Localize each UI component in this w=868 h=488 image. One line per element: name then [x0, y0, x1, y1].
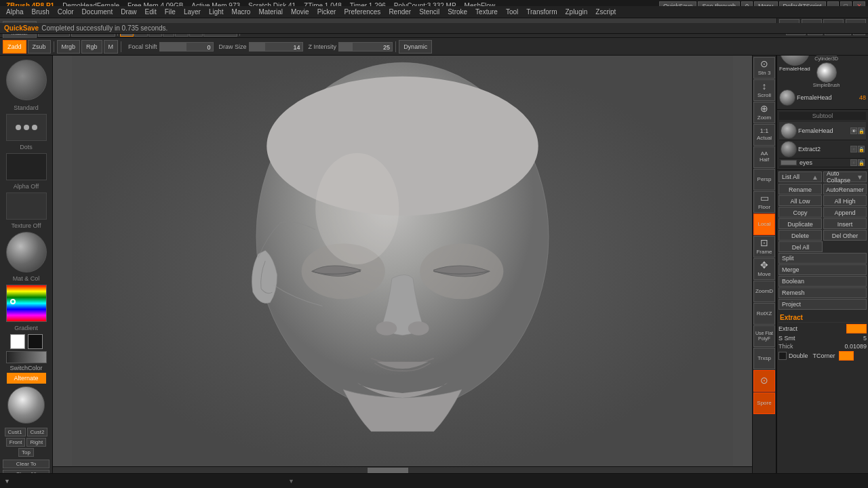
project-button[interactable]: Project: [778, 299, 867, 310]
copy-button[interactable]: Copy: [778, 207, 822, 218]
clear-to-button[interactable]: Clear To: [3, 460, 50, 468]
rename-button[interactable]: Rename: [778, 184, 822, 195]
auto-collapse-button[interactable]: Auto Collapse ▼: [823, 171, 867, 182]
append-button[interactable]: Append: [823, 207, 867, 218]
menu-edit[interactable]: Edit: [142, 8, 160, 16]
strip-zoom[interactable]: ⊕ Zoom: [753, 102, 775, 123]
subtool-eye-fh[interactable]: 👁: [850, 127, 857, 134]
menu-color[interactable]: Color: [54, 8, 77, 16]
mrgb-button[interactable]: Mrgb: [57, 40, 81, 54]
scrollbar-thumb[interactable]: [368, 468, 408, 473]
subtool-lock-fh[interactable]: 🔒: [858, 127, 865, 134]
material-preview[interactable]: [6, 232, 47, 272]
alllow-button[interactable]: All Low: [778, 195, 822, 206]
dots-preview[interactable]: [6, 114, 47, 141]
alternate-button[interactable]: Alternate: [7, 373, 46, 384]
dynamic-button[interactable]: Dynamic: [399, 40, 432, 54]
zadd-button[interactable]: Zadd: [3, 40, 26, 54]
delother-button[interactable]: Del Other: [823, 230, 867, 241]
menu-picker[interactable]: Picker: [314, 8, 340, 16]
black-swatch[interactable]: [28, 334, 43, 349]
horizontal-scrollbar[interactable]: [53, 466, 752, 473]
fh-small-thumb[interactable]: [779, 89, 795, 106]
double-checkbox[interactable]: [778, 352, 787, 360]
menu-light[interactable]: Light: [205, 8, 227, 16]
3d-canvas[interactable]: [53, 56, 752, 473]
zsub-button[interactable]: Zsub: [28, 40, 51, 54]
rgb-button[interactable]: Rgb: [81, 40, 102, 54]
duplicate-button[interactable]: Duplicate: [778, 218, 822, 229]
tcorne-swatch[interactable]: [839, 351, 854, 361]
strip-persp[interactable]: Persp: [753, 169, 775, 190]
menu-alpha[interactable]: Alpha: [3, 8, 27, 16]
draw-size-track[interactable]: 14: [249, 42, 303, 52]
delete-button[interactable]: Delete: [778, 230, 822, 241]
bottom-arrow[interactable]: ▼: [4, 478, 10, 485]
menu-stroke[interactable]: Stroke: [444, 8, 471, 16]
strip-active1[interactable]: ⊙: [753, 370, 775, 392]
menu-preferences[interactable]: Preferences: [340, 8, 384, 16]
menu-render[interactable]: Render: [385, 8, 414, 16]
focal-shift-track[interactable]: 0: [159, 42, 214, 52]
strip-zoomd[interactable]: ZoomD: [753, 281, 775, 302]
subtool-eyes[interactable]: eyes 👁 🔒: [779, 159, 866, 167]
menu-transform[interactable]: Transform: [523, 8, 560, 16]
menu-zplugin[interactable]: Zplugin: [561, 8, 591, 16]
menu-brush[interactable]: Brush: [28, 8, 53, 16]
strip-rotxz[interactable]: RotXZ: [753, 303, 775, 325]
subtool-eye-e2[interactable]: 👁: [850, 146, 857, 152]
delall-button[interactable]: Del All: [778, 241, 823, 252]
autorename-button[interactable]: AutoRenamer: [823, 184, 867, 195]
subtool-lock-eyes[interactable]: 🔒: [858, 159, 865, 166]
alpha-preview[interactable]: [6, 153, 47, 180]
menu-stencil[interactable]: Stencil: [416, 8, 443, 16]
subtool-lock-e2[interactable]: 🔒: [858, 146, 865, 152]
menu-macro[interactable]: Macro: [229, 8, 254, 16]
menu-draw[interactable]: Draw: [117, 8, 140, 16]
remesh-button[interactable]: Remesh: [778, 287, 867, 298]
boolean-button[interactable]: Boolean: [778, 276, 867, 287]
extract-swatch[interactable]: [846, 324, 867, 333]
strip-useflat[interactable]: Use FlatPolyF: [753, 325, 775, 347]
brush-preview[interactable]: [6, 60, 47, 100]
strip-active2[interactable]: Spore: [753, 392, 775, 414]
right-button[interactable]: Right: [26, 438, 46, 447]
subtool-extract2[interactable]: Extract2 👁 🔒: [779, 140, 866, 159]
strip-stn3[interactable]: ⊙ Stn 3: [753, 57, 775, 79]
m-button[interactable]: M: [104, 40, 119, 54]
split-button[interactable]: Split: [778, 253, 867, 264]
canvas-area[interactable]: [53, 56, 752, 473]
menu-document[interactable]: Document: [79, 8, 117, 16]
menu-layer[interactable]: Layer: [180, 8, 204, 16]
menu-movie[interactable]: Movie: [288, 8, 313, 16]
menu-material[interactable]: Material: [255, 8, 286, 16]
merge-button[interactable]: Merge: [778, 264, 867, 275]
list-all-button[interactable]: List All ▲: [778, 171, 822, 182]
strip-trxsp[interactable]: Trxsp: [753, 348, 775, 369]
insert-button[interactable]: Insert: [823, 218, 867, 229]
strip-move[interactable]: ✥ Move: [753, 258, 775, 280]
top-button[interactable]: Top: [18, 448, 34, 457]
texture-preview[interactable]: [6, 192, 47, 220]
front-button[interactable]: Front: [6, 438, 26, 447]
simple-brush-thumb[interactable]: [816, 62, 837, 83]
cust1-button[interactable]: Cust1: [5, 428, 26, 436]
cust2-button[interactable]: Cust2: [27, 428, 48, 436]
allhigh-button[interactable]: All High: [823, 195, 867, 206]
menu-texture[interactable]: Texture: [472, 8, 501, 16]
strip-local[interactable]: Local: [753, 214, 775, 235]
menu-tool[interactable]: Tool: [502, 8, 521, 16]
strip-actual[interactable]: 1:1 Actual: [753, 124, 775, 146]
gradient-preview[interactable]: [6, 351, 47, 363]
strip-floor[interactable]: ▭ Floor: [753, 191, 775, 213]
color-picker[interactable]: [6, 285, 47, 322]
menu-zscript[interactable]: Zscript: [592, 8, 619, 16]
strip-frame[interactable]: ⊡ Frame: [753, 236, 775, 258]
subtool-femalehead[interactable]: FemaleHead 👁 🔒: [779, 122, 866, 140]
strip-scroll[interactable]: ↕ Scroll: [753, 79, 775, 101]
z-intensity-track[interactable]: 25: [338, 42, 393, 52]
strip-aahalf[interactable]: AAHalf: [753, 146, 775, 168]
subtool-eye-eyes[interactable]: 👁: [850, 159, 857, 166]
white-swatch[interactable]: [10, 334, 25, 349]
menu-file[interactable]: File: [161, 8, 179, 16]
